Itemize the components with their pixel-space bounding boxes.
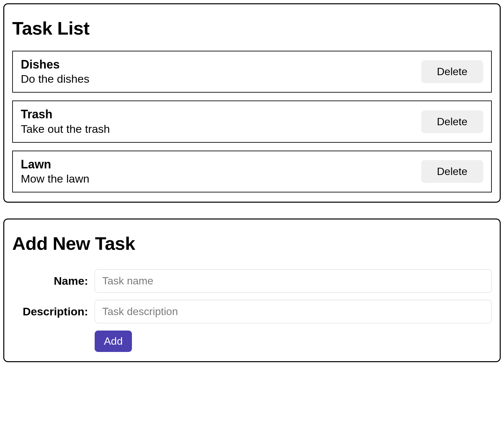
add-task-title: Add New Task <box>12 233 492 254</box>
delete-button[interactable]: Delete <box>421 110 484 133</box>
task-row: Trash Take out the trash Delete <box>12 101 492 142</box>
task-row: Dishes Do the dishes Delete <box>12 51 492 93</box>
task-description: Mow the lawn <box>21 171 89 186</box>
task-row: Lawn Mow the lawn Delete <box>12 151 492 192</box>
add-task-form: Name: Description: Add <box>12 266 492 352</box>
add-task-panel: Add New Task Name: Description: Add <box>3 218 501 362</box>
task-name: Trash <box>21 107 110 121</box>
description-input[interactable] <box>95 300 492 323</box>
form-row-description: Description: <box>12 300 492 323</box>
name-input[interactable] <box>95 269 492 293</box>
task-text: Dishes Do the dishes <box>21 57 89 86</box>
add-button[interactable]: Add <box>95 331 132 352</box>
task-name: Dishes <box>21 57 89 72</box>
task-name: Lawn <box>21 157 89 171</box>
description-label: Description: <box>12 305 95 318</box>
task-text: Lawn Mow the lawn <box>21 157 89 186</box>
delete-button[interactable]: Delete <box>421 160 484 183</box>
form-actions: Add <box>95 331 492 352</box>
form-row-name: Name: <box>12 269 492 293</box>
name-label: Name: <box>12 275 95 287</box>
task-list-title: Task List <box>12 17 492 39</box>
task-description: Do the dishes <box>21 72 89 86</box>
task-description: Take out the trash <box>21 122 110 136</box>
delete-button[interactable]: Delete <box>421 60 484 83</box>
task-text: Trash Take out the trash <box>21 107 110 136</box>
task-list-panel: Task List Dishes Do the dishes Delete Tr… <box>3 3 501 203</box>
